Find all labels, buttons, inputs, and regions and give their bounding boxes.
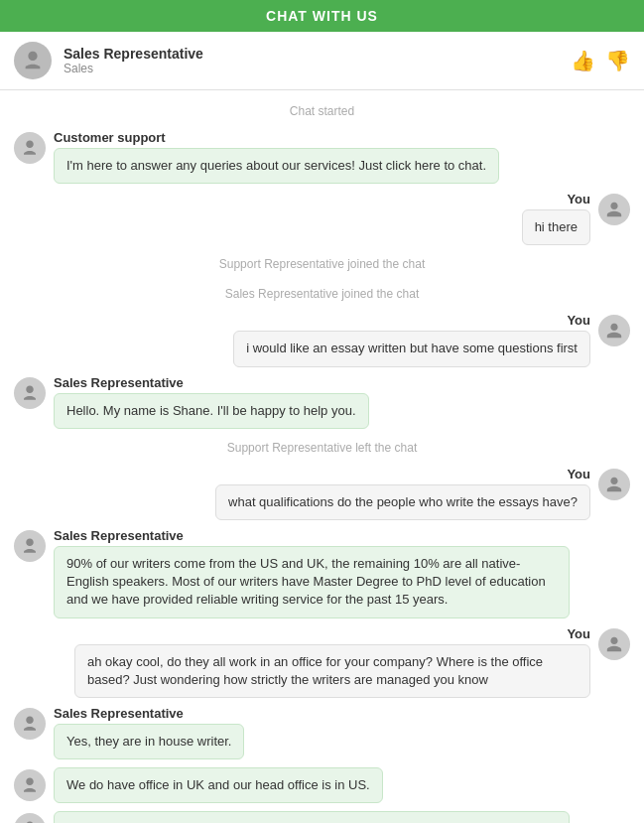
top-bar-label: CHAT WITH US <box>266 8 378 24</box>
agent-name: Sales Representative <box>64 46 571 62</box>
user-avatar-small <box>598 194 630 225</box>
user-bubble-content: Youah okay cool, do they all work in an … <box>74 626 590 698</box>
system-message: Chat started <box>14 104 630 118</box>
user-bubble-row: Youhi there <box>14 192 630 245</box>
user-sender-label: You <box>233 313 590 328</box>
agent-bubble: Yes, they are in house writer. <box>54 724 244 759</box>
agent-avatar-small <box>14 530 46 562</box>
user-bubble-content: Youi would like an essay written but hav… <box>233 313 590 366</box>
agent-role: Sales <box>64 62 571 75</box>
agent-bubble-row: We use a precise writer matching system … <box>14 811 630 823</box>
user-bubble: what qualifications do the people who wr… <box>215 484 590 520</box>
agent-sender-label: Sales Representative <box>54 375 369 390</box>
agent-sender-label: Sales Representative <box>54 706 244 721</box>
user-bubble: ah okay cool, do they all work in an off… <box>74 644 590 698</box>
user-avatar-small <box>598 628 630 660</box>
agent-bubble-row: Sales Representative90% of our writers c… <box>14 528 630 618</box>
agent-avatar-small <box>14 813 46 823</box>
agent-bubble-row: Customer supportI'm here to answer any q… <box>14 130 630 184</box>
thumbs-down-icon[interactable]: 👎 <box>605 49 630 72</box>
user-bubble-content: Youwhat qualifications do the people who… <box>215 467 590 520</box>
agent-bubble: 90% of our writers come from the US and … <box>54 546 570 618</box>
user-bubble-row: Youwhat qualifications do the people who… <box>14 467 630 520</box>
agent-bubble-content: Customer supportI'm here to answer any q… <box>54 130 499 184</box>
agent-bubble: We do have office in UK and our head off… <box>54 767 383 803</box>
user-sender-label: You <box>215 467 590 481</box>
agent-bubble-content: We use a precise writer matching system … <box>54 811 570 823</box>
agent-bubble-row: Sales RepresentativeHello. My name is Sh… <box>14 375 630 429</box>
agent-avatar <box>14 42 52 79</box>
agent-bubble-content: Sales RepresentativeYes, they are in hou… <box>54 706 244 759</box>
agent-bubble: Hello. My name is Shane. I'll be happy t… <box>54 393 369 429</box>
top-bar: CHAT WITH US <box>0 0 644 32</box>
agent-bubble-content: Sales Representative90% of our writers c… <box>54 528 570 618</box>
agent-header: Sales Representative Sales 👍 👎 <box>0 32 644 90</box>
agent-bubble: We use a precise writer matching system … <box>54 811 570 823</box>
agent-avatar-small <box>14 377 46 409</box>
user-bubble-row: Youah okay cool, do they all work in an … <box>14 626 630 698</box>
user-bubble-row: Youi would like an essay written but hav… <box>14 313 630 366</box>
thumbs-up-icon[interactable]: 👍 <box>571 49 595 72</box>
agent-avatar-small <box>14 708 46 740</box>
header-actions: 👍 👎 <box>571 49 630 72</box>
agent-avatar-small <box>14 132 46 164</box>
user-bubble: i would like an essay written but have s… <box>233 331 590 366</box>
chat-area: Chat startedCustomer supportI'm here to … <box>0 90 644 823</box>
user-bubble-content: Youhi there <box>522 192 590 245</box>
agent-bubble-content: Sales RepresentativeHello. My name is Sh… <box>54 375 369 429</box>
agent-bubble-row: We do have office in UK and our head off… <box>14 767 630 803</box>
agent-bubble-row: Sales RepresentativeYes, they are in hou… <box>14 706 630 759</box>
user-bubble: hi there <box>522 209 590 245</box>
agent-bubble: I'm here to answer any queries about our… <box>54 148 499 184</box>
user-avatar-small <box>598 315 630 346</box>
user-avatar-small <box>598 469 630 500</box>
system-message: Support Representative left the chat <box>14 441 630 455</box>
user-sender-label: You <box>74 626 590 641</box>
agent-sender-label: Customer support <box>54 130 499 145</box>
agent-avatar-small <box>14 769 46 801</box>
svg-rect-0 <box>26 67 41 69</box>
agent-sender-label: Sales Representative <box>54 528 570 543</box>
user-sender-label: You <box>522 192 590 206</box>
agent-bubble-content: We do have office in UK and our head off… <box>54 767 383 803</box>
system-message: Sales Representative joined the chat <box>14 287 630 301</box>
agent-info: Sales Representative Sales <box>64 46 571 75</box>
system-message: Support Representative joined the chat <box>14 257 630 271</box>
